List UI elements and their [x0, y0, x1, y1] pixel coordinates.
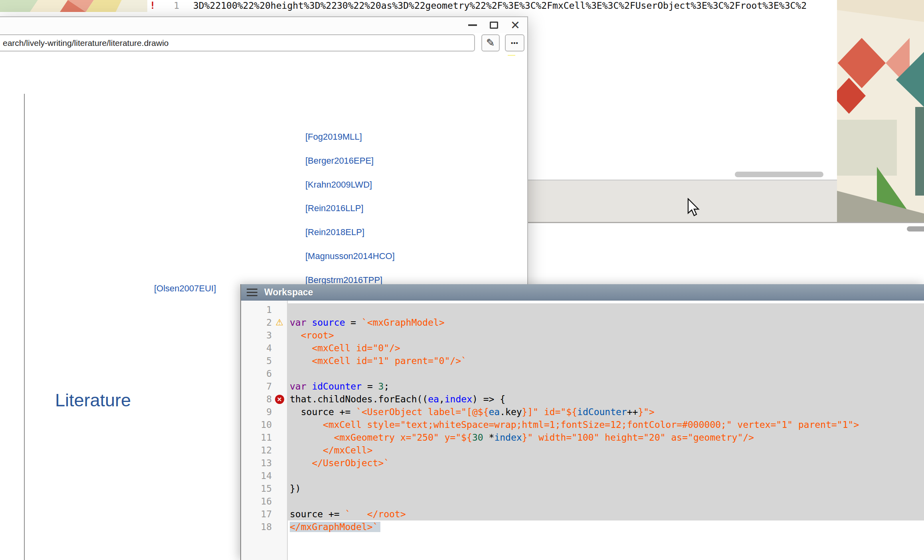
- literature-heading: Literature: [55, 390, 131, 411]
- line-number: 13: [241, 457, 272, 469]
- code-line[interactable]: <root>: [288, 329, 924, 342]
- edit-button[interactable]: ✎: [481, 34, 500, 51]
- citation-link[interactable]: [Berger2016EPE]: [305, 156, 374, 166]
- horizontal-scrollbar-thumb[interactable]: [735, 172, 823, 177]
- code-line[interactable]: <mxGeometry x="250" y="${30 *index}" wid…: [288, 431, 924, 444]
- gutter-row: 10: [241, 418, 287, 431]
- gutter-row: 1: [241, 303, 287, 316]
- code-line[interactable]: source += `<UserObject label="[@${ea.key…: [288, 406, 924, 418]
- citation-link[interactable]: [Bergstrm2016TPP]: [305, 275, 382, 285]
- code-line[interactable]: [288, 469, 924, 482]
- minimize-button[interactable]: [467, 20, 478, 31]
- citation-link[interactable]: [Magnusson2014HCO]: [305, 251, 395, 261]
- gutter-row: 7: [241, 380, 287, 393]
- citation-link[interactable]: [Krahn2009LWD]: [305, 180, 372, 190]
- citation-link[interactable]: [Rein2016LLP]: [305, 203, 364, 214]
- line-number: 14: [241, 469, 272, 482]
- citation-link[interactable]: [Olsen2007EUI]: [154, 283, 216, 294]
- line-number: 11: [241, 431, 272, 444]
- gutter-row: 16: [241, 495, 287, 508]
- gutter-row: 8✕: [241, 393, 287, 406]
- workspace-window: Workspace 12⚠345678✕9101112131415161718 …: [240, 284, 924, 560]
- desktop-background-art-right: [837, 0, 924, 223]
- desktop-area: [528, 180, 837, 223]
- line-number: 10: [241, 418, 272, 431]
- code-line[interactable]: that.childNodes.forEach((ea,index) => {: [288, 393, 924, 406]
- gutter-row: 12: [241, 444, 287, 457]
- line-number: 1: [241, 303, 272, 316]
- code-line[interactable]: <mxCell style="text;whiteSpace=wrap;html…: [288, 418, 924, 431]
- gutter-row: 2⚠: [241, 316, 287, 329]
- screen: ! 1 3D%22100%22%20height%3D%2230%22%20as…: [0, 0, 924, 560]
- workspace-editor[interactable]: 12⚠345678✕9101112131415161718 var source…: [241, 301, 924, 560]
- line-number: 12: [241, 444, 272, 457]
- menu-icon[interactable]: [247, 289, 257, 296]
- line-number: 2: [241, 316, 272, 329]
- gutter-row: 14: [241, 469, 287, 482]
- line-number: 6: [241, 367, 272, 380]
- workspace-code-pane[interactable]: var source = `<mxGraphModel> <root> <mxC…: [288, 301, 924, 560]
- code-line[interactable]: [288, 303, 924, 316]
- citation-link[interactable]: [Rein2018ELP]: [305, 227, 364, 237]
- ellipsis-icon: •••: [511, 40, 518, 46]
- line-number: 4: [241, 342, 272, 354]
- error-marker: !: [150, 0, 155, 11]
- more-button[interactable]: •••: [505, 34, 524, 51]
- code-line[interactable]: </mxCell>: [288, 444, 924, 457]
- line-number: 5: [241, 354, 272, 367]
- line-number: 1: [158, 0, 179, 11]
- line-number: 17: [241, 508, 272, 520]
- line-number: 18: [241, 520, 272, 533]
- window-titlebar[interactable]: Workspace: [241, 284, 924, 301]
- workspace-gutter: 12⚠345678✕9101112131415161718: [241, 301, 288, 560]
- code-line[interactable]: [288, 367, 924, 380]
- gutter-row: 13: [241, 457, 287, 469]
- code-line[interactable]: 3D%22100%22%20height%3D%2230%22%20as%3D%…: [193, 0, 807, 11]
- gutter-row: 4: [241, 342, 287, 354]
- citation-link[interactable]: [Fog2019MLL]: [305, 132, 362, 142]
- code-line[interactable]: </mxGraphModel>`: [288, 520, 924, 533]
- gutter-row: 17: [241, 508, 287, 520]
- pencil-icon: ✎: [486, 37, 495, 49]
- gutter-row: 3: [241, 329, 287, 342]
- code-line[interactable]: <mxCell id="0"/>: [288, 342, 924, 354]
- line-number: 8: [241, 393, 272, 406]
- code-line[interactable]: }): [288, 482, 924, 495]
- line-number: 9: [241, 406, 272, 418]
- window-edge-handle[interactable]: [907, 226, 924, 232]
- desktop-background-art-left: [0, 0, 147, 12]
- window-titlebar[interactable]: ✕: [0, 17, 527, 33]
- code-line[interactable]: var idCounter = 3;: [288, 380, 924, 393]
- window-edge: [528, 222, 924, 223]
- gutter-row: 9: [241, 406, 287, 418]
- close-icon[interactable]: ✕: [510, 20, 520, 31]
- gutter-row: 11: [241, 431, 287, 444]
- code-line[interactable]: </UserObject>`: [288, 457, 924, 469]
- gutter-row: 18: [241, 520, 287, 533]
- gutter-row: 15: [241, 482, 287, 495]
- code-line[interactable]: source += ` </root>: [288, 508, 924, 520]
- code-line[interactable]: [288, 495, 924, 508]
- line-number: 3: [241, 329, 272, 342]
- window-title: Workspace: [264, 287, 313, 298]
- line-number: 16: [241, 495, 272, 508]
- file-path-input[interactable]: [0, 34, 475, 51]
- gutter-row: 5: [241, 354, 287, 367]
- page-border: [24, 94, 25, 560]
- code-line[interactable]: <mxCell id="1" parent="0"/>`: [288, 354, 924, 367]
- line-number: 7: [241, 380, 272, 393]
- code-line[interactable]: var source = `<mxGraphModel>: [288, 316, 924, 329]
- error-icon[interactable]: ✕: [275, 395, 284, 404]
- gutter-row: 6: [241, 367, 287, 380]
- maximize-button[interactable]: [489, 20, 499, 31]
- mouse-cursor: [687, 198, 701, 216]
- line-number: 15: [241, 482, 272, 495]
- warning-icon[interactable]: ⚠: [275, 318, 283, 327]
